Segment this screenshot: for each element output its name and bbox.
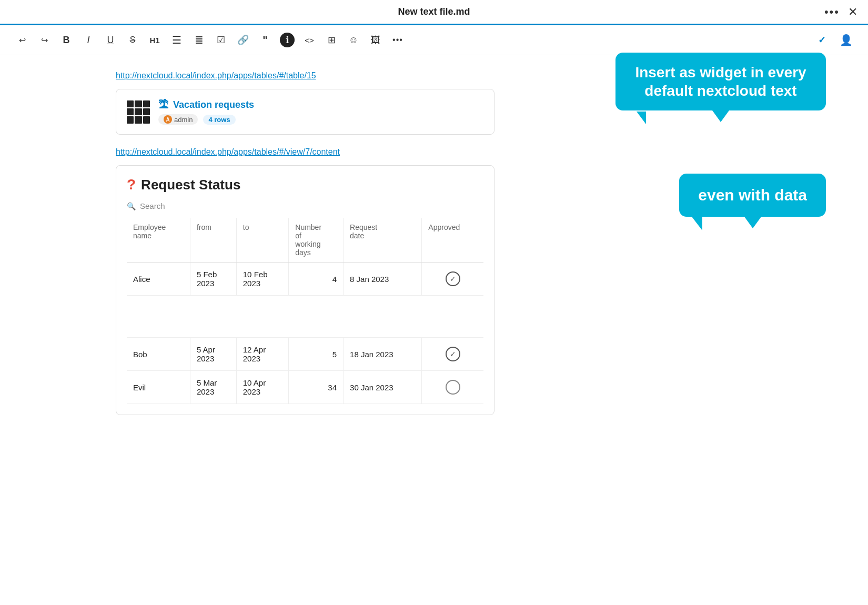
bold-button[interactable]: B: [57, 31, 76, 49]
widget-emoji: 🏝: [158, 99, 169, 111]
cell-approved-bob: [422, 338, 483, 371]
table-row: Bob 5 Apr2023 12 Apr2023 5 18 Jan 2023: [127, 338, 483, 371]
cell-reqdate-alice: 8 Jan 2023: [344, 263, 422, 296]
task-list-button[interactable]: ☑: [211, 31, 230, 49]
cell-days-alice: 4: [289, 263, 344, 296]
heading-button[interactable]: H1: [145, 31, 164, 49]
cell-reqdate-evil: 30 Jan 2023: [344, 371, 422, 404]
table-row: Alice 5 Feb2023 10 Feb2023 4 8 Jan 2023: [127, 263, 483, 296]
cell-approved-alice: [422, 263, 483, 296]
col-employee: Employeename: [127, 218, 190, 263]
title-bar-actions: ••• ✕: [824, 5, 857, 19]
col-days: Numberofworkingdays: [289, 218, 344, 263]
cell-name-evil: Evil: [127, 371, 190, 404]
cell-to-bob: 12 Apr2023: [236, 338, 288, 371]
callout-bubble-1: Insert as widget in every default nextcl…: [615, 53, 826, 110]
info-button[interactable]: ℹ: [280, 33, 295, 47]
italic-button[interactable]: I: [79, 31, 98, 49]
admin-badge: A admin: [158, 114, 198, 125]
approved-check-bob: [446, 347, 460, 361]
toolbar: ↩ ↪ B I U S H1 ☰ ≣ ☑ 🔗 " ℹ <> ⊞ ☺ 🖼 ••• …: [0, 25, 868, 55]
bullet-list-button[interactable]: ☰: [167, 31, 186, 49]
admin-label: admin: [174, 116, 193, 124]
done-button[interactable]: ✓: [812, 31, 831, 49]
col-request-date: Requestdate: [344, 218, 422, 263]
col-to: to: [236, 218, 288, 263]
question-mark-icon: ?: [127, 176, 136, 193]
code-button[interactable]: <>: [300, 31, 319, 49]
cell-from-bob: 5 Apr2023: [190, 338, 236, 371]
widget-title: 🏝 Vacation requests: [158, 99, 254, 111]
underline-button[interactable]: U: [101, 31, 120, 49]
data-table: Employeename from to Numberofworkingdays…: [127, 218, 483, 404]
table-widget-title: Request Status: [141, 177, 240, 193]
widget-card: 🏝 Vacation requests A admin 4 rows: [116, 89, 494, 135]
search-row: 🔍 Search: [127, 201, 483, 210]
image-button[interactable]: 🖼: [366, 31, 385, 49]
table-grid-icon: [127, 100, 150, 124]
cell-days-evil: 34: [289, 371, 344, 404]
content-area: http://nextcloud.local/index.php/apps/ta…: [0, 55, 868, 600]
approved-check-alice: [446, 271, 460, 286]
callout-text-1: Insert as widget in every default nextcl…: [635, 64, 806, 99]
link-2[interactable]: http://nextcloud.local/index.php/apps/ta…: [116, 147, 752, 157]
cell-to-alice: 10 Feb2023: [236, 263, 288, 296]
more-toolbar-button[interactable]: •••: [388, 31, 407, 49]
strikethrough-button[interactable]: S: [123, 31, 142, 49]
emoji-button[interactable]: ☺: [344, 31, 363, 49]
cell-days-bob: 5: [289, 338, 344, 371]
cell-to-evil: 10 Apr2023: [236, 371, 288, 404]
cell-from-alice: 5 Feb2023: [190, 263, 236, 296]
col-approved: Approved: [422, 218, 483, 263]
widget-title-text: Vacation requests: [173, 99, 254, 110]
toolbar-right: ✓ 👤: [812, 31, 855, 49]
cell-approved-evil: [422, 371, 483, 404]
link-button[interactable]: 🔗: [234, 31, 253, 49]
undo-button[interactable]: ↩: [13, 31, 32, 49]
table-header-row: Employeename from to Numberofworkingdays…: [127, 218, 483, 263]
window-title: New text file.md: [398, 6, 470, 17]
cell-name-alice: Alice: [127, 263, 190, 296]
table-button[interactable]: ⊞: [322, 31, 341, 49]
approved-check-evil: [446, 380, 460, 395]
quote-button[interactable]: ": [256, 31, 275, 49]
admin-avatar: A: [164, 115, 172, 124]
cell-reqdate-bob: 18 Jan 2023: [344, 338, 422, 371]
widget-meta: A admin 4 rows: [158, 114, 254, 125]
table-row: Evil 5 Mar2023 10 Apr2023 34 30 Jan 2023: [127, 371, 483, 404]
close-button[interactable]: ✕: [848, 5, 857, 19]
cell-from-evil: 5 Mar2023: [190, 371, 236, 404]
table-row-empty-1: [127, 296, 483, 338]
more-button[interactable]: •••: [824, 5, 840, 19]
search-placeholder[interactable]: Search: [140, 201, 165, 210]
table-widget: ? Request Status 🔍 Search Employeename f…: [116, 165, 494, 415]
ordered-list-button[interactable]: ≣: [189, 31, 208, 49]
redo-button[interactable]: ↪: [35, 31, 54, 49]
callout-bubble-2: even with data: [679, 174, 826, 217]
title-bar: New text file.md ••• ✕: [0, 0, 868, 25]
cell-name-bob: Bob: [127, 338, 190, 371]
col-from: from: [190, 218, 236, 263]
table-widget-header: ? Request Status: [127, 176, 483, 193]
callout-text-2: even with data: [698, 186, 807, 204]
search-icon: 🔍: [127, 202, 136, 210]
widget-info: 🏝 Vacation requests A admin 4 rows: [158, 99, 254, 125]
rows-badge: 4 rows: [203, 115, 235, 125]
user-button[interactable]: 👤: [836, 31, 855, 49]
